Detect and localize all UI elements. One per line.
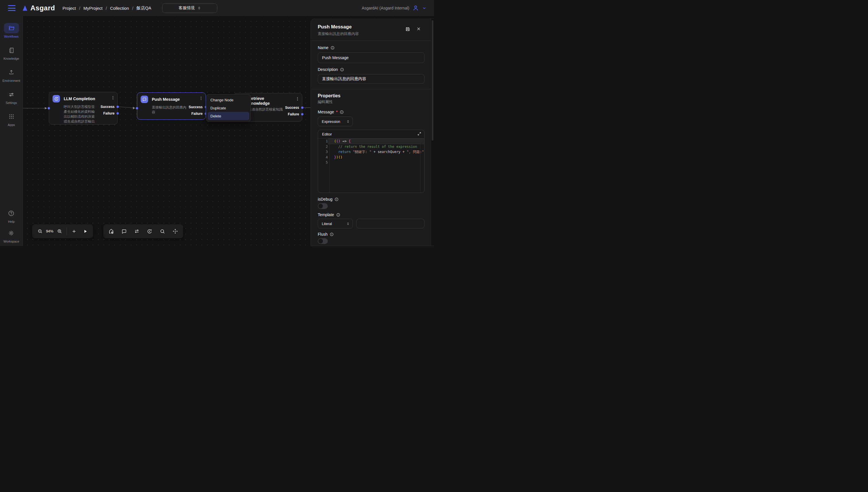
breadcrumb-myproject[interactable]: MyProject xyxy=(83,6,103,10)
port-success[interactable]: Success xyxy=(100,105,115,109)
environment-select[interactable]: 客服情境 xyxy=(162,3,217,13)
code-line[interactable]: 4})() xyxy=(318,155,424,160)
sidebar-item-knowledge[interactable]: Knowledge xyxy=(3,45,19,60)
logo-triangle-icon xyxy=(22,5,28,11)
node-menu-kebab-icon[interactable] xyxy=(199,96,203,102)
node-properties-panel: Push Message 直接輸出訊息的回應內容 xyxy=(311,19,434,246)
expand-icon xyxy=(417,132,421,136)
info-icon[interactable] xyxy=(340,110,344,114)
node-description: 呼叫大型語言模型並產生結構化的資料輸出以輔助流程的決策或生成自然語言輸出 xyxy=(64,104,98,124)
breadcrumb-collection[interactable]: Collection xyxy=(110,6,129,10)
knowledge-book-icon xyxy=(8,47,15,54)
zoom-in-icon xyxy=(57,228,62,234)
editor-header: Editor xyxy=(318,130,424,139)
add-home-node-button[interactable] xyxy=(107,227,116,236)
port-success[interactable]: Success xyxy=(285,106,299,109)
run-button[interactable] xyxy=(81,227,89,236)
template-value-input[interactable] xyxy=(356,219,424,228)
account-chevron-down-icon[interactable] xyxy=(422,6,426,10)
account-label: AsgardAI (Asgard Internal) xyxy=(362,6,409,10)
panel-divider xyxy=(311,41,431,41)
left-sidebar: Workflows Knowledge Environment Settings xyxy=(0,16,23,246)
save-floppy-icon xyxy=(405,26,411,32)
search-button[interactable] xyxy=(158,227,167,236)
swap-arrows-icon xyxy=(134,228,140,234)
name-field-label: Name xyxy=(318,45,424,50)
properties-subtitle: 編輯屬性 xyxy=(318,99,424,104)
sidebar-item-apps[interactable]: Apps xyxy=(4,112,19,127)
node-menu-kebab-icon[interactable] xyxy=(295,97,300,102)
home-add-icon xyxy=(108,228,114,234)
plus-icon xyxy=(72,229,77,234)
zoom-level: 94% xyxy=(45,229,54,233)
header-account-area: AsgardAI (Asgard Internal) xyxy=(362,5,426,11)
swap-connection-button[interactable] xyxy=(132,227,141,236)
info-icon[interactable] xyxy=(334,197,339,201)
code-editor-area[interactable]: 1(() => {2 // return the result of the e… xyxy=(318,139,424,193)
code-line[interactable]: 5 xyxy=(318,160,424,165)
logo-text: Asgard xyxy=(30,4,55,12)
code-line[interactable]: 3 return "關鍵字: " + searchQuery + ", 問題:" xyxy=(318,149,424,155)
flush-field-label: Flush xyxy=(318,232,424,237)
sidebar-item-workflows[interactable]: Workflows xyxy=(4,23,19,38)
comment-icon xyxy=(121,228,127,234)
asgard-logo[interactable]: Asgard xyxy=(22,4,55,12)
zoom-in-button[interactable] xyxy=(56,227,63,236)
environment-select-value: 客服情境 xyxy=(178,5,195,10)
close-panel-button[interactable] xyxy=(416,26,421,33)
node-push-message[interactable]: Push Message 直接輸出訊息的回應內容 Success Failure xyxy=(137,93,206,120)
breadcrumb-project[interactable]: Project xyxy=(63,6,76,10)
panel-divider xyxy=(311,89,431,89)
context-menu-change-node[interactable]: Change Node xyxy=(208,96,249,104)
app-window: Asgard Project / MyProject / Collection … xyxy=(0,0,434,246)
name-input[interactable] xyxy=(318,52,424,63)
info-icon[interactable] xyxy=(329,232,334,237)
node-description: 直接輸出訊息的回應內容 xyxy=(152,105,187,115)
template-type-select[interactable]: Literal xyxy=(318,219,353,228)
code-line[interactable]: 1(() => { xyxy=(318,139,424,144)
message-field-label: Message * xyxy=(318,109,424,114)
save-button[interactable] xyxy=(405,26,411,33)
node-title: LLM Completion xyxy=(64,96,95,101)
sidebar-item-help[interactable]: Help xyxy=(4,208,19,223)
user-icon[interactable] xyxy=(412,5,419,11)
flush-toggle[interactable] xyxy=(318,238,328,244)
info-icon[interactable] xyxy=(330,46,335,50)
close-icon xyxy=(416,26,421,31)
zoom-out-button[interactable] xyxy=(36,227,44,236)
hamburger-menu-icon[interactable] xyxy=(8,5,16,11)
sidebar-item-settings[interactable]: Settings xyxy=(4,89,19,104)
top-header: Asgard Project / MyProject / Collection … xyxy=(0,0,434,16)
scrollbar-thumb[interactable] xyxy=(432,20,433,141)
play-icon xyxy=(83,229,88,234)
node-menu-kebab-icon[interactable] xyxy=(111,96,115,101)
node-title: Retrieve Knowledge xyxy=(248,96,274,106)
add-button[interactable] xyxy=(70,227,78,236)
message-type-select[interactable]: Expression xyxy=(318,117,353,126)
expression-editor: Editor 1(() => {2 // return the result o… xyxy=(318,130,424,193)
port-failure[interactable]: Failure xyxy=(103,112,115,115)
panel-scrollbar xyxy=(431,19,434,246)
port-success[interactable]: Success xyxy=(189,105,203,109)
info-icon[interactable] xyxy=(336,213,341,217)
auto-run-button[interactable] xyxy=(145,227,154,236)
zoom-out-icon xyxy=(37,228,43,234)
node-llm-completion[interactable]: LLM Completion 呼叫大型語言模型並產生結構化的資料輸出以輔助流程的… xyxy=(49,92,118,125)
editor-expand-button[interactable] xyxy=(417,132,421,137)
description-input[interactable] xyxy=(318,74,424,84)
sidebar-item-environment[interactable]: Environment xyxy=(3,67,20,82)
apps-grid-icon xyxy=(8,114,15,120)
info-icon[interactable] xyxy=(340,68,344,72)
breadcrumb-current[interactable]: 飯店QA xyxy=(137,5,151,11)
code-line[interactable]: 2 // return the result of the expression xyxy=(318,144,424,150)
sidebar-item-workspace[interactable]: Workspace xyxy=(3,228,19,243)
toolbar-divider xyxy=(67,228,67,235)
fit-view-button[interactable] xyxy=(171,227,180,236)
comment-button[interactable] xyxy=(120,227,128,236)
port-failure[interactable]: Failure xyxy=(288,112,299,116)
context-menu-duplicate[interactable]: Duplicate xyxy=(208,104,249,112)
port-failure[interactable]: Failure xyxy=(192,112,203,116)
isdebug-toggle[interactable] xyxy=(318,203,328,209)
sidebar-bottom: Help Workspace xyxy=(3,203,19,243)
context-menu-delete[interactable]: Delete xyxy=(208,112,249,120)
